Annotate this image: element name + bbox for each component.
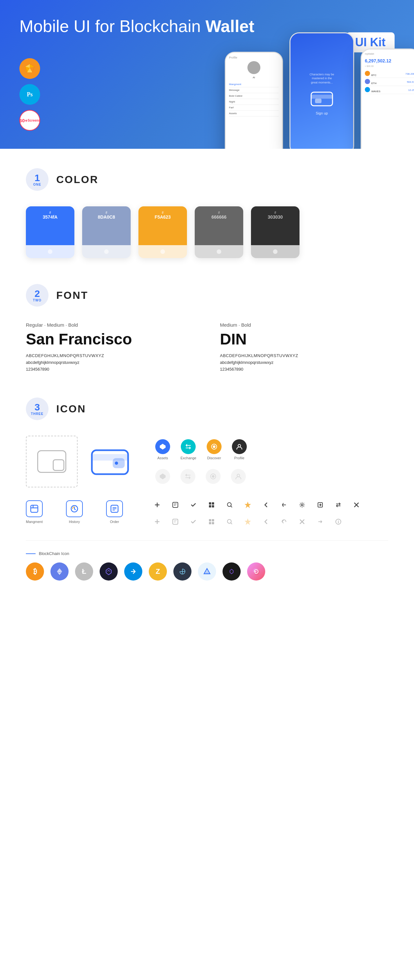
sketch-badge [19, 58, 40, 79]
nav-icon-assets: Assets [155, 439, 170, 460]
font-col-din: Medium · Bold DIN ABCDEFGHIJKLMNOPQRSTUV… [220, 322, 388, 372]
star-icon [243, 500, 252, 509]
search-icon [225, 500, 234, 509]
svg-rect-31 [173, 502, 178, 508]
blackcoin-icon [100, 562, 118, 581]
font1-name: San Francisco [26, 330, 194, 348]
search-icon-muted [225, 517, 234, 526]
svg-rect-8 [315, 99, 322, 103]
svg-rect-6 [311, 92, 333, 106]
phone-mockup-right: myWallet+ 6,297,502.12 ≈ $00.00 BTC 738-… [361, 49, 414, 149]
nav-icon-profile: Profile [232, 439, 247, 460]
profile-icon-muted [231, 469, 246, 484]
icon-nav-group: Assets Exchange Discover [155, 439, 247, 484]
medium-icon-order: Order [106, 500, 123, 523]
svg-marker-13 [160, 444, 166, 450]
svg-line-55 [231, 523, 232, 524]
svg-rect-51 [212, 519, 214, 521]
litecoin-icon: Ł [75, 562, 93, 581]
svg-point-12 [115, 461, 118, 465]
icon-top-row: Assets Exchange Discover [26, 436, 388, 487]
svg-marker-17 [160, 474, 166, 479]
swap-icon [334, 500, 343, 509]
history-icon [66, 500, 83, 517]
icon-wireframe [26, 436, 78, 487]
font2-name: DIN [220, 330, 388, 348]
small-icons-group [153, 500, 361, 530]
check-icon [189, 500, 198, 509]
share-icon [279, 500, 288, 509]
font1-numbers: 1234567890 [26, 367, 194, 372]
screens-badge: 60+ Screens [19, 110, 40, 130]
font2-lowercase: abcdefghijklmnopqrstuvwxyz [220, 360, 388, 365]
hero-title-regular: Mobile UI for Blockchain [19, 17, 205, 36]
font-section-header: 2 TWO FONT [26, 284, 388, 307]
medium-icon-management: Mangment [26, 500, 43, 523]
phone-mockup-center: Characters may bemastered in thegreat mo… [290, 32, 354, 149]
x-icon-muted [298, 517, 307, 526]
medium-icons-row: Mangment History Order [26, 500, 388, 541]
color-section-number: 1 ONE [26, 168, 49, 191]
svg-rect-21 [31, 505, 38, 512]
svg-rect-35 [212, 502, 214, 504]
edit-icon [171, 500, 180, 509]
svg-rect-36 [209, 505, 211, 508]
font1-lowercase: abcdefghijklmnopqrstuvwxyz [26, 360, 194, 365]
pink-coin-icon [247, 562, 265, 581]
svg-marker-56 [245, 519, 250, 524]
svg-rect-23 [33, 505, 33, 508]
font1-style: Regular · Medium · Bold [26, 322, 194, 328]
svg-rect-47 [173, 519, 178, 524]
svg-rect-34 [209, 502, 211, 504]
icon-section: 3 THREE ICON [26, 398, 388, 581]
phone-screen-left: Profile AI Mangment Message Bold Called … [226, 53, 282, 149]
dash-icon [124, 562, 142, 581]
small-icons-row-2-muted [153, 517, 361, 526]
small-icons-row-1 [153, 500, 361, 509]
svg-rect-37 [212, 505, 214, 508]
icon-section-number: 3 THREE [26, 398, 49, 420]
grid-icon-muted [207, 517, 216, 526]
font-col-sf: Regular · Medium · Bold San Francisco AB… [26, 322, 194, 372]
font-section-title: FONT [56, 290, 88, 301]
icon-nav-row-1: Assets Exchange Discover [155, 439, 247, 460]
refresh-icon-muted [279, 517, 288, 526]
hero-title-bold: Wallet [205, 17, 254, 36]
font-section-number: 2 TWO [26, 284, 49, 307]
check-icon-muted [189, 517, 198, 526]
icon-section-header: 3 THREE ICON [26, 398, 388, 420]
blockchain-section: BlockChain Icon ₿ Ł Z [26, 551, 388, 581]
info-icon-muted [334, 517, 343, 526]
svg-point-61 [338, 520, 339, 521]
settings-icon [298, 500, 307, 509]
swatch-gray: # 666666 [195, 206, 243, 258]
grid-icon [207, 500, 216, 509]
close-icon [352, 500, 361, 509]
chevron-left-icon-muted [261, 517, 271, 526]
bitcoin-icon: ₿ [26, 562, 44, 581]
star-icon-muted [243, 517, 252, 526]
nav-icon-exchange-muted [180, 469, 195, 484]
color-section: 1 ONE COLOR # 3574fA # 8DA0C8 [26, 168, 388, 258]
svg-point-16 [238, 444, 240, 447]
chevron-left-icon [261, 500, 271, 509]
blockchain-label-line [26, 554, 36, 554]
ps-badge: Ps [19, 84, 40, 105]
font-section: 2 TWO FONT Regular · Medium · Bold San F… [26, 284, 388, 372]
icon-nav-row-2 [155, 469, 247, 484]
management-icon [26, 500, 43, 517]
dark-coin-icon [223, 562, 240, 581]
main-content: 1 ONE COLOR # 3574fA # 8DA0C8 [0, 149, 414, 626]
nav-icon-profile-muted [231, 469, 246, 484]
exchange-icon-muted [180, 469, 195, 484]
nav-icon-discover-muted [206, 469, 221, 484]
svg-rect-7 [311, 95, 333, 99]
svg-rect-22 [31, 508, 38, 508]
export-icon [316, 500, 325, 509]
font2-uppercase: ABCDEFGHIJKLMNOPQRSTUVWXYZ [220, 353, 388, 358]
nav-icon-discover: Discover [207, 439, 221, 460]
crypto-icons-row: ₿ Ł Z [26, 562, 388, 581]
assets-icon-muted [155, 469, 170, 484]
hero-section: Mobile UI for Blockchain Wallet UI Kit P… [0, 0, 414, 149]
edit-icon-muted [171, 517, 180, 526]
